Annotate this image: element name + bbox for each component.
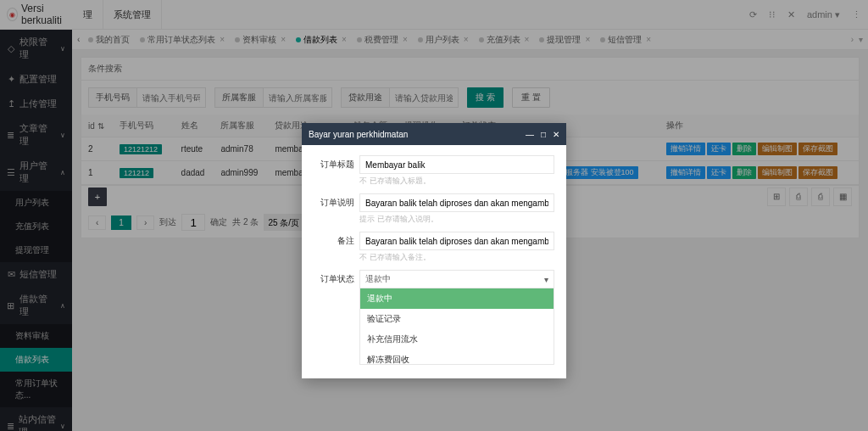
fld-title-hint: 不 已存请输入标题。 [359,176,554,187]
dropdown-option[interactable]: 解冻费回收 [360,350,554,365]
dropdown-option[interactable]: 补充信用流水 [360,329,554,350]
dialog-title: Bayar yuran perkhidmatan [309,130,408,139]
fld-note-hint: 不 已存请输入备注。 [359,252,554,263]
dialog-max-icon[interactable]: □ [541,130,546,139]
status-dropdown: 退款中验证记录补充信用流水解冻费回收解冻失败，请联系解冻 [359,288,554,365]
fld-status-label: 订单状态 [314,270,354,285]
fld-status-select[interactable]: 退款中▾ [359,270,554,288]
modal-mask[interactable]: Bayar yuran perkhidmatan — □ ✕ 订单标题不 已存请… [0,0,868,431]
dropdown-option[interactable]: 验证记录 [360,309,554,329]
fld-desc-hint: 提示 已存请输入说明。 [359,214,554,225]
chevron-down-icon: ▾ [544,275,548,284]
dialog-min-icon[interactable]: — [526,130,534,139]
fld-desc-label: 订单说明 [314,193,354,209]
dialog: Bayar yuran perkhidmatan — □ ✕ 订单标题不 已存请… [302,123,566,378]
fld-title-label: 订单标题 [314,155,354,171]
fld-note-input[interactable] [359,232,554,250]
fld-note-label: 备注 [314,232,354,247]
dialog-close-icon[interactable]: ✕ [553,130,559,139]
fld-desc-input[interactable] [359,193,554,212]
dropdown-option[interactable]: 退款中 [360,288,554,309]
fld-title-input[interactable] [359,155,554,174]
